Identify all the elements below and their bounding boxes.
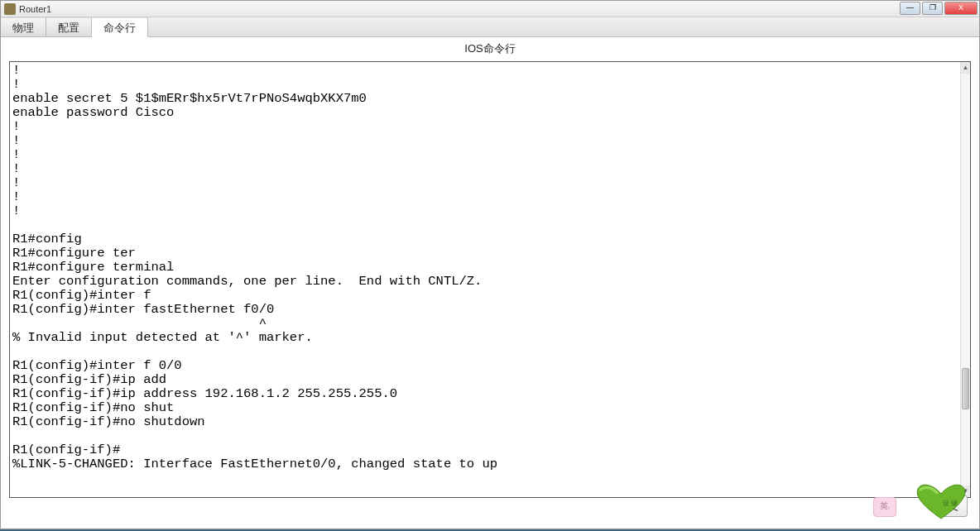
- taskbar[interactable]: [0, 528, 980, 531]
- maximize-button[interactable]: ❐: [922, 2, 943, 15]
- copy-button[interactable]: 复: [939, 495, 968, 517]
- tab-config[interactable]: 配置: [46, 17, 92, 36]
- scrollbar[interactable]: ▲ ▼: [960, 62, 970, 497]
- window-controls: — ❐ X: [900, 2, 978, 15]
- router-window: Router1 — ❐ X 物理 配置 命令行 IOS命令行 ! ! enabl…: [0, 0, 980, 529]
- ime-badge[interactable]: 英.: [873, 497, 896, 517]
- terminal-container: ! ! enable secret 5 $1$mERr$hx5rVt7rPNoS…: [9, 61, 971, 498]
- ios-heading: IOS命令行: [4, 41, 976, 56]
- scroll-up-icon[interactable]: ▲: [961, 62, 970, 74]
- scroll-thumb[interactable]: [962, 368, 969, 409]
- window-title: Router1: [19, 4, 51, 14]
- minimize-button[interactable]: —: [900, 2, 920, 15]
- tab-physical[interactable]: 物理: [1, 17, 46, 36]
- content-area: IOS命令行 ! ! enable secret 5 $1$mERr$hx5rV…: [1, 37, 979, 529]
- router-icon: [4, 3, 16, 15]
- tab-cli[interactable]: 命令行: [92, 17, 148, 37]
- tab-bar: 物理 配置 命令行: [1, 17, 979, 37]
- titlebar[interactable]: Router1 — ❐ X: [1, 1, 979, 17]
- close-button[interactable]: X: [944, 2, 978, 15]
- terminal-text: ! ! enable secret 5 $1$mERr$hx5rVt7rPNoS…: [12, 64, 960, 471]
- terminal-output[interactable]: ! ! enable secret 5 $1$mERr$hx5rVt7rPNoS…: [10, 62, 960, 497]
